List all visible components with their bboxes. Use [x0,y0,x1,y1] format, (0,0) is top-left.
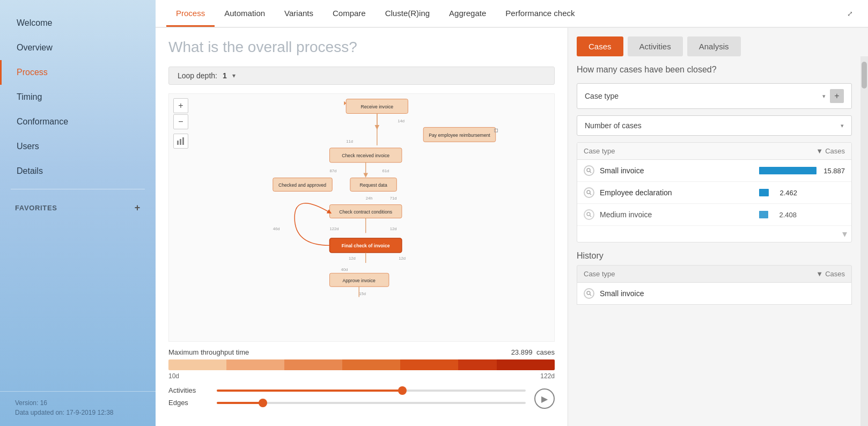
zoom-controls: + − [173,98,188,149]
chart-view-button[interactable] [173,134,188,149]
svg-text:Check received invoice: Check received invoice [342,153,389,158]
sidebar-item-overview[interactable]: Overview [0,35,156,60]
svg-text:11d: 11d [346,139,353,144]
svg-text:Approve invoice: Approve invoice [343,278,376,283]
row-value: 2.462 [773,189,797,197]
cases-table: Case type ▼ Cases Small invoice [577,142,852,243]
edges-label: Edges [168,399,211,407]
loop-depth-control[interactable]: Loop depth: 1 ▾ [168,67,555,85]
panel-tab-activities[interactable]: Activities [628,36,683,56]
row-bar [759,211,768,218]
table-row: Small invoice 15.887 [577,160,851,182]
scroll-down-icon: ▾ [842,228,847,240]
play-button[interactable]: ▶ [534,388,555,409]
scrollbar-thumb[interactable] [862,62,867,89]
page-title: What is the overall process? [168,39,555,56]
throughput-min: 10d [168,372,179,380]
favorites-label: FAVORITES [15,204,57,212]
data-updated-label: Data updated on: 17-9-2019 12:38 [15,409,141,416]
panel-tab-analysis[interactable]: Analysis [687,36,741,56]
col-cases-header: ▼ Cases [816,147,845,155]
activities-label: Activities [168,386,211,394]
history-table-header: Case type ▼ Cases [577,265,852,283]
play-icon: ▶ [541,394,548,404]
row-bar-container: 2.462 [759,189,845,197]
sidebar-item-label: Timing [17,92,42,101]
svg-text:12d: 12d [349,256,356,261]
svg-text:12d: 12d [390,227,397,232]
history-row: Small invoice [577,283,852,305]
sidebar: Welcome Overview Process Timing Conforma… [0,0,156,426]
expand-icon: ⤢ [847,10,853,18]
activities-slider[interactable] [217,390,526,392]
loop-depth-dropdown[interactable]: ▾ [232,72,236,79]
sidebar-favorites: FAVORITES + [0,195,156,221]
activities-slider-row: Activities [168,386,526,394]
row-bar [759,189,769,196]
svg-text:40d: 40d [341,267,348,272]
process-flow-svg: Receive invoice 14d Pay employee reimbur… [169,94,554,341]
number-of-cases-dropdown[interactable]: Number of cases ▾ [577,115,852,136]
panel-scroll-outer: How many cases have been closed? Case ty… [568,56,868,426]
row-bar [759,167,816,174]
tab-compare[interactable]: Compare [323,1,376,27]
svg-text:12d: 12d [399,256,406,261]
panel-scrollbar[interactable] [860,56,868,426]
throughput-bar[interactable] [168,359,555,370]
svg-point-44 [587,212,590,216]
loop-depth-value: 1 [223,71,227,80]
sidebar-footer: Version: 16 Data updated on: 17-9-2019 1… [0,391,156,426]
sidebar-item-conformance[interactable]: Conformance [0,109,156,134]
tab-automation[interactable]: Automation [215,1,275,27]
sidebar-item-users[interactable]: Users [0,134,156,159]
svg-point-40 [587,168,590,172]
panel-tab-cases[interactable]: Cases [577,36,623,56]
zoom-in-button[interactable]: + [173,98,188,113]
loop-depth-label: Loop depth: [178,71,217,80]
throughput-max: 122d [540,372,555,380]
sidebar-item-timing[interactable]: Timing [0,85,156,109]
tab-aggregate[interactable]: Aggregate [439,1,496,27]
svg-text:24h: 24h [366,196,373,201]
row-search-icon[interactable] [584,165,594,176]
history-search-icon[interactable] [584,288,594,299]
table-row: Employee declaration 2.462 [577,182,851,204]
table-row: Medium invoice 2.408 [577,204,851,226]
add-case-type-button[interactable]: + [830,89,844,103]
svg-rect-0 [177,141,179,145]
sidebar-item-label: Users [17,142,39,151]
row-search-icon[interactable] [584,187,594,198]
svg-text:15d: 15d [359,291,366,296]
sidebar-item-process[interactable]: Process [0,60,156,85]
history-col2: Cases [825,270,845,278]
history-sort-icon: ▼ [816,270,823,278]
tab-clustering[interactable]: Cluste(R)ing [376,1,439,27]
svg-line-45 [590,216,592,217]
svg-text:Check contract conditions: Check contract conditions [339,209,392,215]
case-type-filter-row: Case type ▾ + [577,83,852,109]
number-of-cases-label: Number of cases [585,121,642,130]
sidebar-item-label: Welcome [17,18,52,27]
add-favorite-icon[interactable]: + [135,202,141,214]
svg-text:61d: 61d [382,168,389,173]
row-value: 15.887 [821,167,845,175]
content-area: What is the overall process? Loop depth:… [156,28,868,426]
tab-performance-check[interactable]: Performance check [496,1,584,27]
throughput-value: 23.899 cases [511,348,555,356]
sidebar-item-details[interactable]: Details [0,159,156,183]
sidebar-item-welcome[interactable]: Welcome [0,11,156,35]
expand-button[interactable]: ⤢ [842,6,857,21]
left-panel: What is the overall process? Loop depth:… [156,28,568,426]
row-search-icon[interactable] [584,209,594,220]
sidebar-nav: Welcome Overview Process Timing Conforma… [0,0,156,391]
svg-text:Request data: Request data [359,182,387,188]
case-type-dropdown[interactable]: Case type ▾ + [577,83,852,109]
tab-variants[interactable]: Variants [275,1,323,27]
zoom-out-button[interactable]: − [173,114,188,129]
right-panel: Cases Activities Analysis How many cases… [568,28,868,426]
row-label: Small invoice [600,166,759,175]
table-scroll-indicator: ▾ [577,226,851,242]
svg-text:Pay employee reimbursement: Pay employee reimbursement [429,133,490,138]
tab-process[interactable]: Process [166,1,215,27]
edges-slider[interactable] [217,402,526,404]
